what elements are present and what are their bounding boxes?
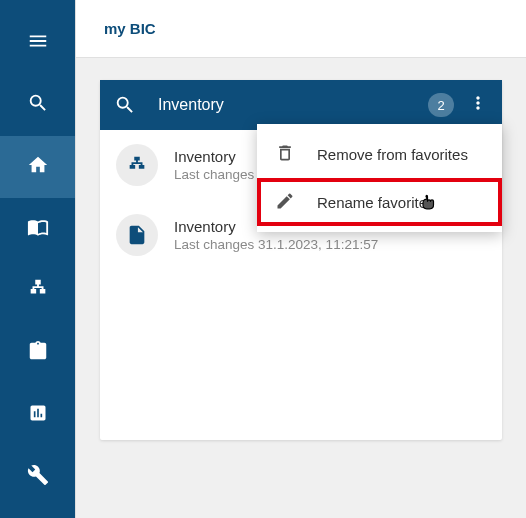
sidebar-item-tasks[interactable]: [0, 322, 75, 384]
sidebar-item-menu[interactable]: [0, 12, 75, 74]
sidebar-item-dashboard[interactable]: [0, 384, 75, 446]
context-menu: Remove from favorites Rename favorite: [257, 124, 502, 232]
pencil-icon: [275, 191, 317, 214]
topbar: my BIC: [76, 0, 526, 58]
content: Inventory 2 Inventory Last changes: [76, 58, 526, 462]
card-header: Inventory 2: [100, 80, 502, 130]
diagram-icon: [116, 144, 158, 186]
sidebar-item-hierarchy[interactable]: [0, 260, 75, 322]
menu-item-remove[interactable]: Remove from favorites: [257, 130, 502, 178]
document-icon: [116, 214, 158, 256]
menu-item-label: Rename favorite: [317, 194, 427, 211]
sidebar-item-admin[interactable]: [0, 446, 75, 508]
sidebar: [0, 0, 75, 518]
more-button[interactable]: [468, 93, 488, 117]
menu-item-label: Remove from favorites: [317, 146, 468, 163]
more-vert-icon: [468, 93, 488, 117]
item-subtitle: Last changes 31.1.2023, 11:21:57: [174, 237, 486, 252]
home-icon: [27, 154, 49, 180]
sitemap-icon: [27, 278, 49, 304]
wrench-icon: [27, 464, 49, 490]
search-icon: [27, 92, 49, 118]
count-badge: 2: [428, 93, 454, 117]
card-search-icon[interactable]: [114, 94, 136, 116]
hamburger-icon: [27, 30, 49, 56]
sidebar-item-catalog[interactable]: [0, 198, 75, 260]
app-title: my BIC: [104, 20, 156, 37]
sidebar-item-home[interactable]: [0, 136, 75, 198]
menu-item-rename[interactable]: Rename favorite: [257, 178, 502, 226]
clipboard-icon: [27, 340, 49, 366]
main: my BIC Inventory 2 I: [75, 0, 526, 518]
sidebar-item-search[interactable]: [0, 74, 75, 136]
book-icon: [27, 216, 49, 242]
trash-icon: [275, 143, 317, 166]
chart-icon: [28, 403, 48, 427]
card-title: Inventory: [158, 96, 428, 114]
